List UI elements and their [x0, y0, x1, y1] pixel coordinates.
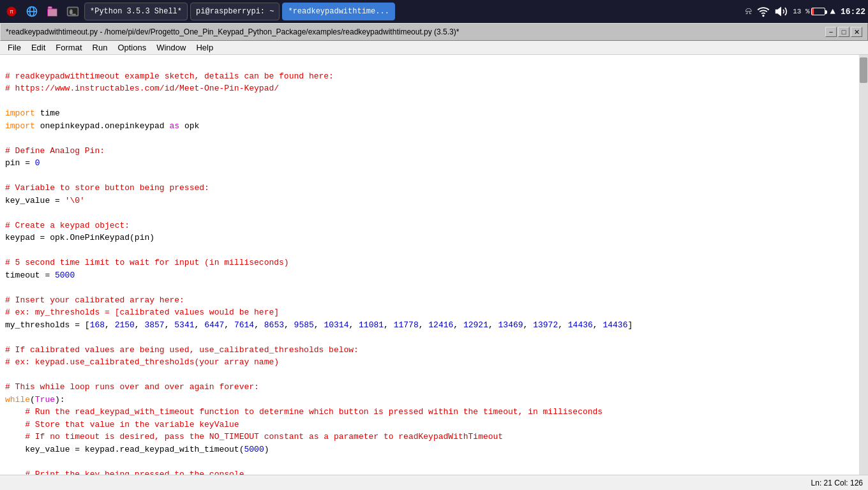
terminal-window-btn[interactable]: pi@raspberrypi: ~ [190, 3, 280, 20]
menu-options[interactable]: Options [112, 41, 151, 54]
wifi-icon[interactable] [757, 5, 770, 18]
terminal-icon[interactable]: $_ [64, 3, 82, 20]
close-button[interactable]: ✕ [851, 27, 862, 37]
statusbar: Ln: 21 Col: 126 [0, 475, 868, 490]
menubar: File Edit Format Run Options Window Help [0, 41, 868, 55]
battery-indicator: 13 % [793, 8, 825, 15]
menu-run[interactable]: Run [87, 41, 113, 54]
vertical-scrollbar[interactable] [859, 55, 868, 475]
editor-window-btn[interactable]: *readkeypadwithtime... [282, 3, 394, 20]
python-shell-label: *Python 3.5.3 Shell* [90, 7, 182, 16]
minimize-button[interactable]: − [825, 27, 837, 37]
cursor-position: Ln: 21 Col: 126 [811, 479, 863, 487]
window-controls: − □ ✕ [825, 27, 862, 37]
raspberry-pi-icon[interactable]: π [3, 3, 20, 20]
code-editor[interactable]: # readkeypadwithtimeout example sketch, … [0, 55, 859, 475]
window-title: *readkeypadwithtimeout.py - /home/pi/dev… [6, 27, 825, 36]
updates-icon[interactable]: ▲ [830, 6, 835, 17]
battery-pct-label: 13 % [793, 8, 809, 15]
system-tray: ⍾ 13 % ▲ 16:22 [745, 5, 865, 18]
svg-text:π: π [10, 8, 13, 15]
menu-format[interactable]: Format [50, 41, 87, 54]
svg-text:$_: $_ [70, 9, 76, 15]
terminal-label: pi@raspberrypi: ~ [196, 7, 274, 16]
menu-file[interactable]: File [3, 41, 26, 54]
scrollbar-thumb[interactable] [860, 57, 867, 83]
menu-window[interactable]: Window [151, 41, 191, 54]
window-titlebar: *readkeypadwithtimeout.py - /home/pi/dev… [0, 23, 868, 41]
editor-label: *readkeypadwithtime... [288, 7, 389, 16]
browser-icon[interactable] [23, 3, 41, 20]
taskbar: π $_ *Python 3.5.3 Shell* pi@raspberrypi… [0, 0, 868, 23]
svg-rect-6 [48, 9, 57, 17]
python-shell-window-btn[interactable]: *Python 3.5.3 Shell* [84, 3, 188, 20]
clock: 16:22 [841, 7, 865, 17]
editor-area: # readkeypadwithtimeout example sketch, … [0, 55, 868, 475]
maximize-button[interactable]: □ [838, 27, 849, 37]
files-icon[interactable] [43, 3, 61, 20]
menu-help[interactable]: Help [191, 41, 218, 54]
svg-marker-10 [776, 8, 781, 15]
volume-icon[interactable] [775, 5, 788, 18]
bluetooth-icon[interactable]: ⍾ [745, 6, 752, 17]
svg-point-9 [763, 15, 764, 17]
menu-edit[interactable]: Edit [26, 41, 50, 54]
